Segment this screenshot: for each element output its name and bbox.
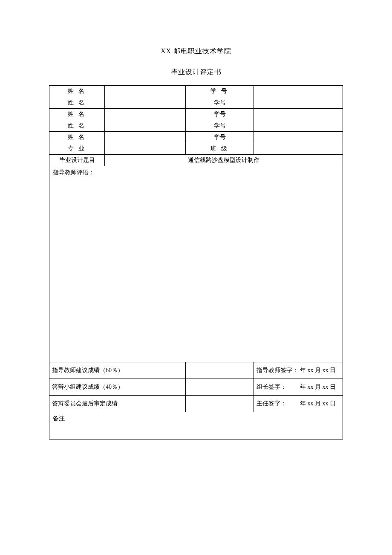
- remark-cell: 备注: [49, 412, 343, 439]
- comments-cell: 指导教师评语：: [49, 166, 343, 362]
- name-label: 姓 名: [49, 132, 105, 143]
- table-row: 姓 名 学号: [49, 97, 343, 109]
- institution-name: XX 邮电职业技术学院: [49, 47, 343, 56]
- defense-score-value: [186, 379, 254, 396]
- leader-sign-label: 组长签字：: [257, 383, 286, 391]
- defense-score-label: 答辩小组建议成绩（40％）: [49, 379, 186, 396]
- id-value: [254, 86, 343, 97]
- table-row: 姓 名 学号: [49, 109, 343, 120]
- table-row: 姓 名 学 号: [49, 86, 343, 97]
- table-row: 姓 名 学号: [49, 120, 343, 132]
- advisor-score-label: 指导教师建议成绩（60％）: [49, 362, 186, 379]
- id-label: 学号: [186, 132, 254, 143]
- name-value: [105, 86, 186, 97]
- remark-row: 备注: [49, 412, 343, 439]
- leader-sign-cell: 组长签字： 年 xx 月 xx 日: [254, 379, 343, 396]
- class-label: 班 级: [186, 143, 254, 155]
- director-sign-date: 年 xx 月 xx 日: [300, 400, 340, 408]
- leader-sign-date: 年 xx 月 xx 日: [300, 383, 340, 391]
- score-row: 答辩小组建议成绩（40％） 组长签字： 年 xx 月 xx 日: [49, 379, 343, 396]
- id-label: 学号: [186, 120, 254, 132]
- advisor-sign-label: 指导教师签字：: [257, 367, 298, 374]
- name-label: 姓 名: [49, 109, 105, 120]
- id-label: 学号: [186, 97, 254, 109]
- comments-label: 指导教师评语：: [53, 169, 95, 176]
- name-value: [105, 109, 186, 120]
- class-value: [254, 143, 343, 155]
- id-value: [254, 97, 343, 109]
- document-title: 毕业设计评定书: [49, 68, 343, 77]
- topic-value: 通信线路沙盘模型设计制作: [105, 155, 343, 166]
- major-value: [105, 143, 186, 155]
- name-value: [105, 120, 186, 132]
- name-value: [105, 132, 186, 143]
- name-label: 姓 名: [49, 97, 105, 109]
- table-row: 专 业 班 级: [49, 143, 343, 155]
- director-sign-cell: 主任签字： 年 xx 月 xx 日: [254, 396, 343, 412]
- id-label: 学 号: [186, 86, 254, 97]
- topic-label: 毕业设计题目: [49, 155, 105, 166]
- id-value: [254, 120, 343, 132]
- id-value: [254, 132, 343, 143]
- director-sign-label: 主任签字：: [257, 400, 286, 408]
- id-label: 学号: [186, 109, 254, 120]
- advisor-sign-cell: 指导教师签字： 年 xx 月 xx 日: [254, 362, 343, 379]
- evaluation-table: 姓 名 学 号 姓 名 学号 姓 名 学号 姓 名 学号 姓 名 学号 专 业 …: [49, 85, 343, 439]
- name-label: 姓 名: [49, 120, 105, 132]
- advisor-sign-date: 年 xx 月 xx 日: [300, 367, 340, 374]
- advisor-score-value: [186, 362, 254, 379]
- name-label: 姓 名: [49, 86, 105, 97]
- final-score-label: 答辩委员会最后审定成绩: [49, 396, 186, 412]
- score-row: 指导教师建议成绩（60％） 指导教师签字： 年 xx 月 xx 日: [49, 362, 343, 379]
- id-value: [254, 109, 343, 120]
- comments-row: 指导教师评语：: [49, 166, 343, 362]
- table-row: 姓 名 学号: [49, 132, 343, 143]
- name-value: [105, 97, 186, 109]
- remark-label: 备注: [53, 415, 65, 422]
- final-score-value: [186, 396, 254, 412]
- score-row: 答辩委员会最后审定成绩 主任签字： 年 xx 月 xx 日: [49, 396, 343, 412]
- topic-row: 毕业设计题目 通信线路沙盘模型设计制作: [49, 155, 343, 166]
- major-label: 专 业: [49, 143, 105, 155]
